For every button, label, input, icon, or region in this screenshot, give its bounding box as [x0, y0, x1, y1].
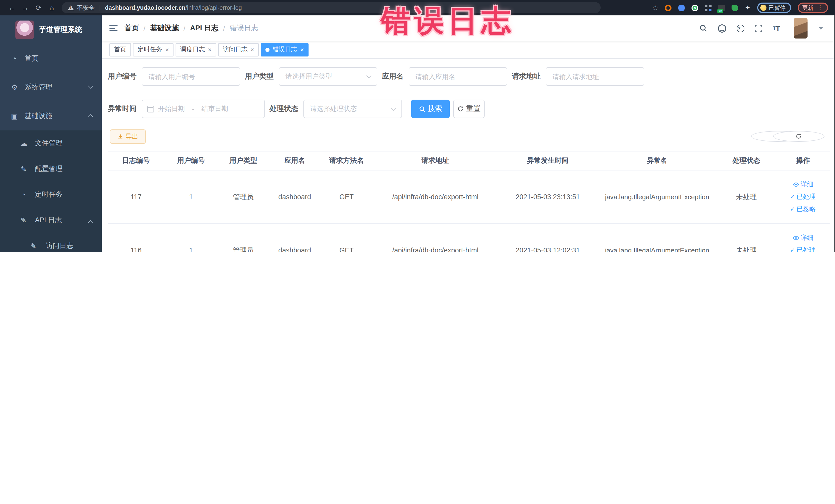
breadcrumb-home[interactable]: 首页: [124, 24, 139, 33]
check-icon: ✓: [790, 206, 795, 213]
cloud-upload-icon: ☁: [20, 139, 28, 147]
close-icon[interactable]: ×: [208, 46, 211, 53]
font-size-icon[interactable]: TT: [773, 24, 780, 32]
close-icon[interactable]: ×: [300, 46, 304, 53]
filter-process-status: 处理状态 请选择处理状态: [269, 100, 402, 118]
github-icon[interactable]: [718, 24, 727, 33]
chevron-down-icon: [366, 73, 371, 78]
main-area: 首页 / 基础设施 / API 日志 / 错误日志 ?: [101, 15, 835, 252]
help-icon[interactable]: ?: [737, 24, 745, 32]
chevron-up-icon: [88, 220, 93, 225]
search-icon[interactable]: [699, 24, 708, 32]
chevron-up-icon: [88, 114, 93, 119]
user-id-input[interactable]: [142, 67, 240, 86]
sidebar-item-config-manage[interactable]: ✎ 配置管理: [0, 156, 101, 182]
tab-schedule-log[interactable]: 调度日志×: [176, 43, 216, 56]
scrollbar[interactable]: [833, 15, 835, 252]
table-row[interactable]: 117 1 管理员 dashboard GET /api/infra/db-do…: [108, 170, 830, 224]
detail-link[interactable]: 详细: [792, 234, 813, 242]
extension-leaf-icon[interactable]: [732, 4, 738, 11]
mark-processed-link[interactable]: ✓已处理: [790, 246, 815, 252]
security-label: 不安全: [77, 4, 95, 12]
sidebar-item-api-log[interactable]: ✎ API 日志: [0, 207, 101, 233]
detail-link[interactable]: 详细: [792, 180, 813, 189]
table-row[interactable]: 116 1 管理员 dashboard GET /api/infra/db-do…: [108, 224, 830, 252]
sidebar-item-scheduled-job[interactable]: ◔ 定时任务: [0, 182, 101, 207]
mark-processed-link[interactable]: ✓已处理: [790, 193, 815, 201]
tags-view-bar: 首页 定时任务× 调度日志× 访问日志× 错误日志×: [101, 41, 835, 59]
tab-access-log[interactable]: 访问日志×: [218, 43, 259, 56]
extension-switch-icon[interactable]: on: [718, 4, 725, 11]
app-name-input[interactable]: [409, 67, 507, 86]
sidebar-item-home[interactable]: ◔ 首页: [0, 44, 101, 73]
cell-user-type: 管理员: [218, 192, 269, 202]
breadcrumb-api-log[interactable]: API 日志: [190, 24, 219, 33]
cell-app-name: dashboard: [269, 193, 320, 201]
extension-green-icon[interactable]: v: [692, 4, 698, 11]
forward-icon[interactable]: →: [19, 4, 32, 12]
home-icon[interactable]: ⌂: [45, 4, 59, 12]
cell-method: GET: [320, 246, 373, 252]
cell-request-url: /api/infra/db-doc/export-html: [373, 246, 498, 252]
url-divider: [99, 5, 100, 11]
avatar[interactable]: [793, 18, 807, 39]
search-button[interactable]: 搜索: [411, 100, 450, 118]
page-content: 用户编号 用户类型 请选择用户类型 应用名: [101, 59, 835, 252]
filter-user-type: 用户类型 请选择用户类型: [245, 67, 377, 86]
hamburger-icon[interactable]: [109, 24, 117, 33]
edit-icon: ✎: [20, 165, 28, 173]
url-path: /infra/log/api-error-log: [185, 5, 242, 11]
date-range-picker[interactable]: 开始日期 - 结束日期: [142, 100, 265, 118]
tab-home[interactable]: 首页: [109, 43, 131, 56]
search-icon: [419, 105, 425, 112]
eye-icon: [792, 181, 799, 188]
address-bar[interactable]: 不安全 dashboard.yudao.iocoder.cn /infra/lo…: [62, 2, 600, 13]
sidebar-item-file-manage[interactable]: ☁ 文件管理: [0, 130, 101, 156]
extension-grid-icon[interactable]: [705, 4, 712, 11]
screen: ← → ⟳ ⌂ 不安全 dashboard.yudao.iocoder.cn /…: [0, 0, 835, 252]
cell-app-name: dashboard: [269, 246, 320, 252]
cell-process-status: 未处理: [717, 246, 776, 252]
update-badge[interactable]: 更新 ⋮: [797, 3, 828, 13]
mark-ignored-link[interactable]: ✓已忽略: [790, 205, 815, 214]
reset-button[interactable]: 重置: [453, 100, 485, 118]
bookmark-star-icon[interactable]: ☆: [652, 4, 658, 12]
sidebar-item-access-log[interactable]: ✎ 访问日志: [0, 233, 101, 252]
process-status-select[interactable]: 请选择处理状态: [303, 100, 402, 118]
fullscreen-icon[interactable]: [755, 24, 762, 32]
extensions-puzzle-icon[interactable]: ✦: [745, 4, 750, 11]
back-icon[interactable]: ←: [5, 4, 19, 12]
breadcrumb-infra[interactable]: 基础设施: [150, 24, 179, 33]
cell-exception-name: java.lang.IllegalArgumentException: [597, 246, 717, 252]
refresh-button[interactable]: [773, 131, 824, 142]
close-icon[interactable]: ×: [165, 46, 169, 53]
request-url-input[interactable]: [546, 67, 644, 86]
sidebar-item-system[interactable]: ⚙ 系统管理: [0, 73, 101, 102]
monitor-icon: ▣: [10, 112, 19, 120]
tab-scheduled-job[interactable]: 定时任务×: [133, 43, 174, 56]
cell-method: GET: [320, 193, 373, 201]
browser-menu-icon[interactable]: ⋮: [817, 4, 823, 11]
tab-error-log[interactable]: 错误日志×: [261, 43, 308, 56]
breadcrumb-error-log: 错误日志: [230, 24, 259, 33]
extension-orange-icon[interactable]: [665, 4, 672, 11]
user-type-select[interactable]: 请选择用户类型: [279, 67, 377, 86]
check-icon: ✓: [790, 247, 795, 252]
cell-user-id: 1: [164, 193, 218, 201]
chevron-down-icon: [391, 105, 396, 110]
close-icon[interactable]: ×: [250, 46, 254, 53]
refresh-icon: [796, 134, 801, 139]
eye-icon: [792, 235, 799, 241]
paused-badge[interactable]: 已暂停: [757, 3, 791, 13]
sidebar-menu: ◔ 首页 ⚙ 系统管理 ▣ 基础设施 ☁ 文件管理: [0, 44, 101, 252]
emoji-face-icon: [760, 5, 766, 11]
sidebar-item-infra[interactable]: ▣ 基础设施: [0, 102, 101, 130]
extension-blue-icon[interactable]: [678, 4, 685, 11]
row-actions: 详细 ✓已处理 ✓已忽略: [776, 180, 830, 214]
caret-down-icon[interactable]: [819, 27, 823, 29]
app-logo-row[interactable]: 芋道管理系统: [0, 15, 101, 44]
cell-exception-time: 2021-05-03 12:02:31: [498, 246, 597, 252]
export-button[interactable]: 导出: [110, 129, 146, 144]
reload-icon[interactable]: ⟳: [32, 4, 45, 12]
cell-process-status: 未处理: [717, 192, 776, 202]
